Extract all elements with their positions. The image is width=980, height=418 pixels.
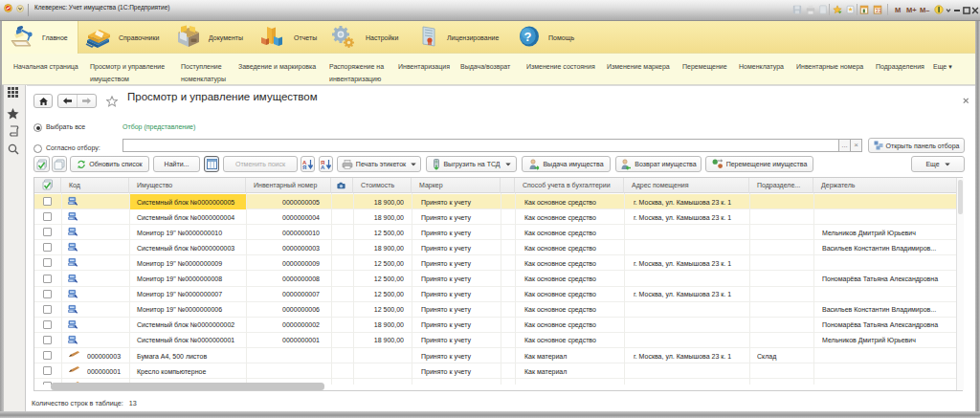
svg-text:?: ?: [524, 30, 532, 44]
svg-text:А: А: [321, 165, 325, 169]
svg-text:31: 31: [876, 8, 881, 13]
svg-text:Я: Я: [302, 165, 306, 169]
